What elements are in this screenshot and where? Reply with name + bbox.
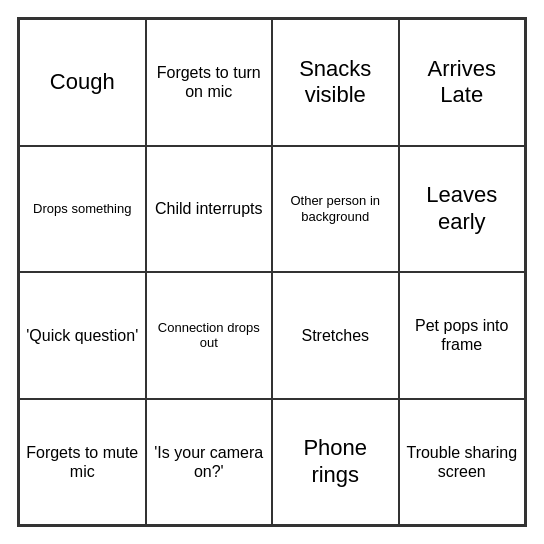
cell-1-3: Leaves early xyxy=(399,146,526,273)
cell-3-0: Forgets to mute mic xyxy=(19,399,146,526)
cell-2-3: Pet pops into frame xyxy=(399,272,526,399)
cell-3-2: Phone rings xyxy=(272,399,399,526)
cell-0-0: Cough xyxy=(19,19,146,146)
bingo-board: CoughForgets to turn on micSnacks visibl… xyxy=(17,17,527,527)
cell-2-1: Connection drops out xyxy=(146,272,273,399)
cell-0-1: Forgets to turn on mic xyxy=(146,19,273,146)
cell-3-1: 'Is your camera on?' xyxy=(146,399,273,526)
cell-0-3: Arrives Late xyxy=(399,19,526,146)
cell-1-1: Child interrupts xyxy=(146,146,273,273)
cell-3-3: Trouble sharing screen xyxy=(399,399,526,526)
cell-2-2: Stretches xyxy=(272,272,399,399)
cell-0-2: Snacks visible xyxy=(272,19,399,146)
cell-1-2: Other person in background xyxy=(272,146,399,273)
cell-1-0: Drops something xyxy=(19,146,146,273)
cell-2-0: 'Quick question' xyxy=(19,272,146,399)
